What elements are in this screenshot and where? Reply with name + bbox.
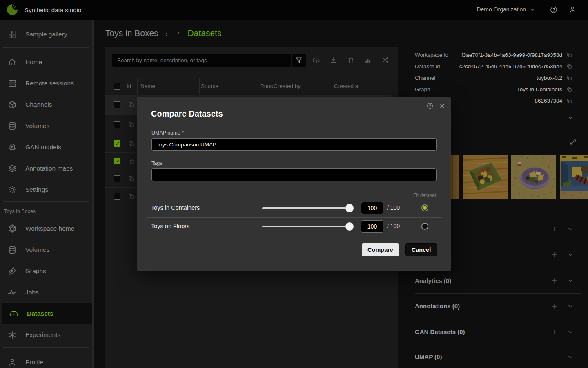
- tags-input[interactable]: [151, 168, 437, 181]
- kebab-menu-icon[interactable]: [163, 29, 170, 37]
- delete-button[interactable]: [347, 56, 355, 64]
- pulse-icon: [7, 287, 17, 297]
- download-button[interactable]: [330, 56, 338, 64]
- details-collapse-chevron-icon[interactable]: [567, 114, 574, 121]
- section-label-annotations[interactable]: Annotations (0): [415, 303, 460, 310]
- help-icon[interactable]: [550, 6, 558, 14]
- select-all-checkbox[interactable]: [114, 83, 120, 90]
- dataset-preview-thumbnail[interactable]: [560, 155, 588, 199]
- add-icon[interactable]: [550, 328, 558, 336]
- field-value: f3ae70f1-3a4b-4a63-9a99-0f9817a9358d: [461, 52, 562, 58]
- column-divider: [199, 78, 200, 95]
- upload-button[interactable]: [312, 56, 321, 64]
- chevron-down-icon: [529, 6, 536, 13]
- section-label-analytics[interactable]: Analytics (0): [415, 277, 451, 284]
- row-checkbox-checked[interactable]: [114, 158, 120, 164]
- org-selector[interactable]: Demo Organization: [477, 6, 536, 13]
- add-icon[interactable]: [550, 225, 558, 233]
- sidebar-item-gan-models[interactable]: GAN models: [0, 137, 92, 158]
- expand-preview-icon[interactable]: [569, 139, 577, 146]
- shuffle-icon: [381, 56, 389, 64]
- copy-icon[interactable]: [566, 86, 572, 92]
- section-label-gan-datasets[interactable]: GAN Datasets (0): [415, 328, 465, 335]
- sidebar-item-channels[interactable]: Channels: [0, 94, 92, 115]
- chevron-down-icon[interactable]: [567, 303, 574, 310]
- column-header-source[interactable]: Source: [201, 83, 218, 89]
- field-value: c2cd4572-45e9-44e6-97d6-f0dec7d53be4: [459, 63, 562, 70]
- sidebar-item-graphs[interactable]: Graphs: [0, 260, 92, 282]
- search-input[interactable]: [112, 54, 291, 67]
- chevron-down-icon[interactable]: [567, 328, 574, 336]
- grid-icon: [7, 29, 17, 39]
- filter-icon: [295, 56, 303, 64]
- sidebar-item-annotation-maps[interactable]: Annotation maps: [0, 158, 92, 179]
- sidebar-item-experiments[interactable]: Experiments: [0, 324, 92, 346]
- sidebar-item-workspace-home[interactable]: Workspace home: [0, 218, 92, 239]
- compare-button[interactable]: Compare: [362, 243, 399, 256]
- dataset-preview-thumbnail[interactable]: [463, 155, 508, 199]
- dataset-preview-thumbnail[interactable]: [511, 155, 556, 199]
- close-icon[interactable]: [439, 103, 445, 109]
- sidebar-item-ws-volumes[interactable]: Volumes: [0, 239, 92, 260]
- shuffle-button[interactable]: [381, 56, 389, 64]
- copy-icon[interactable]: [128, 158, 134, 164]
- add-icon[interactable]: [550, 303, 558, 310]
- sidebar-item-label: Datasets: [27, 310, 53, 317]
- column-header-runs[interactable]: Runs: [260, 83, 273, 89]
- copy-icon[interactable]: [566, 63, 572, 70]
- column-header-created-by[interactable]: Created by: [274, 83, 301, 89]
- fit-dataset-label: Fit dataset: [413, 193, 436, 198]
- sidebar-divider: [3, 47, 89, 48]
- sidebar-item-jobs[interactable]: Jobs: [0, 282, 92, 303]
- copy-icon[interactable]: [566, 75, 572, 81]
- graph-link[interactable]: Toys in Containers: [517, 86, 562, 92]
- slider-handle[interactable]: [345, 204, 354, 213]
- row-checkbox[interactable]: [114, 121, 120, 128]
- analytics-button[interactable]: [364, 56, 372, 64]
- sidebar-item-sample-gallery[interactable]: Sample gallery: [0, 24, 92, 45]
- umap-name-input[interactable]: [151, 138, 437, 151]
- copy-icon[interactable]: [128, 175, 134, 182]
- add-icon[interactable]: [550, 277, 558, 285]
- sidebar-item-label: GAN models: [25, 144, 61, 151]
- row-checkbox[interactable]: [114, 101, 120, 108]
- row-checkbox-checked[interactable]: [114, 140, 120, 147]
- sidebar-item-volumes[interactable]: Volumes: [0, 115, 92, 137]
- copy-icon[interactable]: [128, 193, 134, 200]
- sidebar-item-profile[interactable]: Profile: [0, 352, 92, 368]
- app-logo-icon[interactable]: [6, 4, 18, 16]
- chevron-down-icon[interactable]: [567, 251, 574, 258]
- copy-icon[interactable]: [128, 140, 134, 147]
- row-checkbox[interactable]: [114, 175, 120, 182]
- copy-icon[interactable]: [128, 121, 134, 128]
- breadcrumb-workspace[interactable]: Toys in Boxes: [105, 28, 158, 38]
- column-header-created-at[interactable]: Created at: [334, 83, 360, 89]
- chevron-down-icon[interactable]: [567, 277, 574, 285]
- profile-icon[interactable]: [568, 5, 577, 14]
- help-icon[interactable]: [426, 102, 434, 110]
- sidebar-item-remote-sessions[interactable]: Remote sessions: [0, 73, 92, 94]
- dataset-count-input[interactable]: [361, 202, 383, 214]
- copy-icon[interactable]: [128, 101, 134, 108]
- dataset-count-input[interactable]: [361, 220, 383, 233]
- chevron-down-icon[interactable]: [567, 225, 574, 233]
- column-header-id[interactable]: Id: [127, 83, 131, 89]
- column-header-name[interactable]: Name: [140, 83, 155, 89]
- dataset-slider[interactable]: [262, 207, 350, 209]
- sidebar-item-settings[interactable]: Settings: [0, 179, 92, 200]
- row-checkbox[interactable]: [114, 193, 120, 200]
- copy-icon[interactable]: [566, 52, 572, 58]
- section-label-umap[interactable]: UMAP (0): [415, 353, 442, 360]
- fit-dataset-radio-selected[interactable]: [421, 204, 428, 211]
- dataset-slider[interactable]: [262, 226, 350, 227]
- sidebar-item-datasets[interactable]: Datasets: [2, 303, 92, 324]
- add-icon[interactable]: [550, 251, 558, 258]
- cancel-button[interactable]: Cancel: [405, 243, 437, 256]
- detail-field-channel: Channel toybox-0.2: [415, 72, 581, 83]
- copy-icon[interactable]: [566, 98, 572, 104]
- fit-dataset-radio[interactable]: [421, 223, 428, 230]
- filter-button[interactable]: [292, 54, 306, 67]
- chevron-down-icon[interactable]: [567, 353, 574, 361]
- slider-handle[interactable]: [345, 222, 354, 231]
- sidebar-item-home[interactable]: Home: [0, 52, 92, 73]
